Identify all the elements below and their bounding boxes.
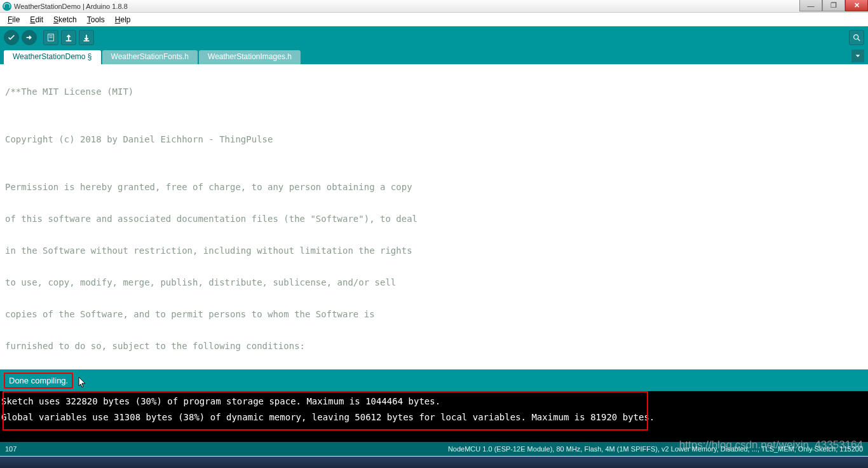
minimize-button[interactable]: — xyxy=(799,0,822,11)
tab-weatherstationfonts[interactable]: WeatherStationFonts.h xyxy=(102,50,198,64)
chevron-down-icon xyxy=(855,53,861,59)
code-line: Copyright (c) 2018 by Daniel Eichhorn - … xyxy=(5,132,863,148)
save-button[interactable] xyxy=(79,30,94,45)
file-icon xyxy=(46,33,55,42)
close-button[interactable]: ✕ xyxy=(845,0,868,11)
check-icon xyxy=(7,33,16,42)
os-taskbar xyxy=(0,457,868,468)
menubar: File Edit Sketch Tools Help xyxy=(0,13,868,27)
maximize-button[interactable]: ❐ xyxy=(822,0,845,11)
window-controls: — ❐ ✕ xyxy=(799,0,868,11)
window-titlebar: WeatherStationDemo | Arduino 1.8.8 — ❐ ✕ xyxy=(0,0,868,13)
arduino-logo-icon xyxy=(3,2,11,11)
window-title: WeatherStationDemo | Arduino 1.8.8 xyxy=(14,3,128,10)
status-message: Done compiling. xyxy=(4,373,73,389)
svg-point-5 xyxy=(854,35,858,39)
code-line: copies of the Software, and to permit pe… xyxy=(5,306,863,322)
open-button[interactable] xyxy=(61,30,76,45)
code-editor[interactable]: /**The MIT License (MIT) Copyright (c) 2… xyxy=(0,64,868,369)
console-line: Global variables use 31308 bytes (38%) o… xyxy=(1,410,867,425)
toolbar xyxy=(0,27,868,48)
svg-line-6 xyxy=(858,39,860,41)
tab-weatherstationdemo[interactable]: WeatherStationDemo § xyxy=(4,50,101,64)
board-info: NodeMCU 1.0 (ESP-12E Module), 80 MHz, Fl… xyxy=(448,445,863,453)
verify-button[interactable] xyxy=(4,30,19,45)
code-line: to use, copy, modify, merge, publish, di… xyxy=(5,275,863,291)
mouse-cursor-icon xyxy=(78,376,87,389)
line-number: 107 xyxy=(5,445,17,453)
serial-monitor-button[interactable] xyxy=(849,30,864,45)
arrow-down-icon xyxy=(82,33,91,42)
arrow-right-icon xyxy=(25,33,34,42)
code-line: furnished to do so, subject to the follo… xyxy=(5,338,863,354)
menu-help[interactable]: Help xyxy=(110,14,136,25)
footer-bar: 107 NodeMCU 1.0 (ESP-12E Module), 80 MHz… xyxy=(0,442,868,456)
console-line: Sketch uses 322820 bytes (30%) of progra… xyxy=(1,394,867,410)
magnifier-icon xyxy=(852,33,861,42)
output-console[interactable]: Sketch uses 322820 bytes (30%) of progra… xyxy=(0,391,868,442)
tab-menu-button[interactable] xyxy=(851,50,864,62)
code-line: Permission is hereby granted, free of ch… xyxy=(5,179,863,195)
code-line: of this software and associated document… xyxy=(5,211,863,227)
menu-edit[interactable]: Edit xyxy=(25,14,48,25)
tab-label: WeatherStationDemo § xyxy=(13,52,92,61)
menu-file[interactable]: File xyxy=(3,14,25,25)
code-line: /**The MIT License (MIT) xyxy=(5,84,863,100)
tabbar: WeatherStationDemo § WeatherStationFonts… xyxy=(0,48,868,64)
new-button[interactable] xyxy=(43,30,58,45)
tab-weatherstationimages[interactable]: WeatherStationImages.h xyxy=(199,50,301,64)
code-line: in the Software without restriction, inc… xyxy=(5,243,863,259)
tab-label: WeatherStationImages.h xyxy=(208,52,292,61)
tab-label: WeatherStationFonts.h xyxy=(111,52,189,61)
status-bar: Done compiling. xyxy=(0,369,868,391)
menu-tools[interactable]: Tools xyxy=(82,14,110,25)
upload-button[interactable] xyxy=(22,30,37,45)
arrow-up-icon xyxy=(64,33,73,42)
menu-sketch[interactable]: Sketch xyxy=(48,14,82,25)
